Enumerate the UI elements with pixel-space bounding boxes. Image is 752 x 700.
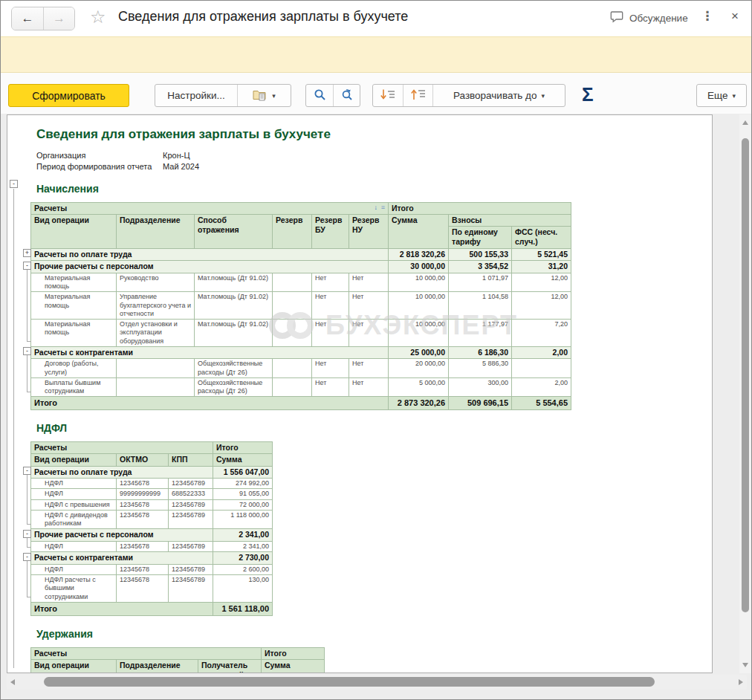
cell[interactable]: 2 730,00 xyxy=(213,552,273,565)
search-button[interactable] xyxy=(306,85,333,106)
cell[interactable]: 12345678 xyxy=(117,564,169,574)
cell[interactable]: Мат.помощь (Дт 91.02) xyxy=(195,273,273,292)
table-row[interactable]: НДФЛ расчеты с бывшими сотрудниками12345… xyxy=(31,575,273,603)
cell[interactable] xyxy=(273,377,312,397)
cell[interactable]: 12,00 xyxy=(512,292,571,320)
horizontal-scroll-thumb[interactable] xyxy=(44,677,655,687)
collapse-all-button[interactable] xyxy=(403,85,432,106)
cell[interactable]: Расчеты по оплате труда xyxy=(31,466,213,479)
cell[interactable]: Выплаты бывшим сотрудникам xyxy=(31,377,117,397)
cell[interactable]: 2,00 xyxy=(512,346,571,359)
cell[interactable]: Нет xyxy=(312,377,349,397)
cell[interactable]: 688522333 xyxy=(169,489,213,499)
cell[interactable]: 123456789 xyxy=(169,499,213,510)
group-row[interactable]: Прочие расчеты с персоналом2 341,00 xyxy=(31,529,273,542)
cell[interactable]: Материальная помощь xyxy=(31,292,117,320)
horizontal-scrollbar[interactable] xyxy=(7,675,747,690)
cell[interactable]: 2 873 320,26 xyxy=(389,397,449,410)
cell[interactable] xyxy=(273,359,312,378)
table-row[interactable]: Договор (работы, услуги)Общехозяйственны… xyxy=(31,359,571,378)
cell[interactable]: 2 341,00 xyxy=(213,529,273,542)
cell[interactable]: 10 000,00 xyxy=(389,273,449,292)
table-row[interactable]: НДФЛ12345678123456789274 992,00 xyxy=(31,479,273,489)
cell[interactable]: 123456789 xyxy=(169,575,213,603)
cell[interactable]: 10 000,00 xyxy=(389,320,449,347)
cell[interactable]: Мат.помощь (Дт 91.02) xyxy=(195,292,273,320)
cell[interactable]: 123456789 xyxy=(169,510,213,529)
search-next-button[interactable] xyxy=(333,85,360,106)
cell[interactable]: 130,00 xyxy=(213,575,273,603)
table-row[interactable]: Выплаты бывшим сотрудникамОбщехозяйствен… xyxy=(31,377,571,397)
forward-button[interactable]: → xyxy=(43,7,74,30)
cell[interactable]: 30 000,00 xyxy=(389,261,449,273)
cell[interactable]: Нет xyxy=(349,377,389,397)
cell[interactable] xyxy=(273,292,312,320)
group-collapse-marker[interactable]: - xyxy=(10,180,18,188)
cell[interactable]: 5 000,00 xyxy=(389,377,449,397)
table-row[interactable]: Материальная помощьУправление бухгалтерс… xyxy=(31,292,571,320)
cell[interactable]: 5 886,30 xyxy=(449,359,512,378)
cell[interactable]: 3 354,52 xyxy=(449,261,512,273)
cell[interactable]: Нет xyxy=(312,320,349,347)
table-row[interactable]: НДФЛ9999999999968852233391 055,00 xyxy=(31,489,273,499)
scroll-down-icon[interactable] xyxy=(742,663,748,667)
cell[interactable]: Расчеты с контрагентами xyxy=(31,552,213,565)
cell[interactable]: 12345678 xyxy=(117,510,169,529)
table-row[interactable]: НДФЛ123456781234567892 600,00 xyxy=(31,564,273,574)
cell[interactable]: 2 600,00 xyxy=(213,564,273,574)
table-row[interactable]: Материальная помощьОтдел установки и экс… xyxy=(31,320,571,347)
group-row[interactable]: Расчеты по оплате труда2 818 320,26500 1… xyxy=(31,248,571,261)
cell[interactable]: Руководство xyxy=(117,273,195,292)
cell[interactable]: 1 556 047,00 xyxy=(213,466,273,479)
cell[interactable]: Управление бухгалтерского учета и отчетн… xyxy=(117,292,195,320)
group-row[interactable]: Расчеты по оплате труда1 556 047,00 xyxy=(31,466,273,479)
vertical-scrollbar[interactable] xyxy=(739,114,751,673)
cell[interactable]: 123456789 xyxy=(169,564,213,574)
cell[interactable]: 12345678 xyxy=(117,575,169,603)
total-row[interactable]: Итого1 561 118,00 xyxy=(31,602,273,615)
cell[interactable]: Мат.помощь (Дт 91.02) xyxy=(195,320,273,347)
cell[interactable]: Расчеты с контрагентами xyxy=(31,346,389,359)
cell[interactable]: Общехозяйственные расходы (Дт 26) xyxy=(195,377,273,397)
cell[interactable]: НДФЛ xyxy=(31,542,117,552)
cell[interactable]: Итого xyxy=(31,397,389,410)
cell[interactable]: Итого xyxy=(31,602,213,615)
cell[interactable]: Нет xyxy=(349,320,389,347)
cell[interactable]: Нет xyxy=(312,359,349,378)
cell[interactable]: 6 186,30 xyxy=(449,346,512,359)
more-button[interactable]: Еще ▾ xyxy=(697,85,746,106)
cell[interactable]: 2 341,00 xyxy=(213,542,273,552)
favorite-star-icon[interactable]: ☆ xyxy=(90,7,106,27)
cell[interactable]: 72 000,00 xyxy=(213,499,273,510)
table-row[interactable]: Материальная помощьРуководствоМат.помощь… xyxy=(31,273,571,292)
cell[interactable]: 500 155,33 xyxy=(449,248,512,261)
group-row[interactable]: Расчеты с контрагентами25 000,006 186,30… xyxy=(31,346,571,359)
cell[interactable]: НДФЛ расчеты с бывшими сотрудниками xyxy=(31,575,117,603)
cell[interactable]: 274 992,00 xyxy=(213,479,273,489)
cell[interactable]: 99999999999 xyxy=(117,489,169,499)
expand-all-button[interactable] xyxy=(373,85,403,106)
cell[interactable]: 1 104,58 xyxy=(449,292,512,320)
scroll-right-icon[interactable] xyxy=(739,679,743,685)
cell[interactable]: Материальная помощь xyxy=(31,273,117,292)
cell[interactable]: НДФЛ xyxy=(31,489,117,499)
settings-button[interactable]: Настройки... xyxy=(155,85,237,106)
cell[interactable]: Нет xyxy=(312,273,349,292)
cell[interactable]: 5 554,65 xyxy=(512,397,571,410)
cell[interactable]: 123456789 xyxy=(169,542,213,552)
cell[interactable]: Нет xyxy=(349,292,389,320)
cell[interactable] xyxy=(117,359,195,378)
expand-to-dropdown[interactable]: Разворачивать до ▾ xyxy=(432,85,565,106)
cell[interactable]: 91 055,00 xyxy=(213,489,273,499)
cell[interactable]: НДФЛ с превышения xyxy=(31,499,117,510)
cell[interactable]: 2,00 xyxy=(512,377,571,397)
cell[interactable]: 7,20 xyxy=(512,320,571,347)
cell[interactable] xyxy=(117,377,195,397)
cell[interactable]: Расчеты по оплате труда xyxy=(31,248,389,261)
cell[interactable]: 1 071,97 xyxy=(449,273,512,292)
cell[interactable]: 25 000,00 xyxy=(389,346,449,359)
cell[interactable]: Отдел установки и эксплуатации оборудова… xyxy=(117,320,195,347)
report-variants-button[interactable]: ▾ xyxy=(237,85,291,106)
cell[interactable]: Материальная помощь xyxy=(31,320,117,347)
table-row[interactable]: НДФЛ с превышения1234567812345678972 000… xyxy=(31,499,273,510)
